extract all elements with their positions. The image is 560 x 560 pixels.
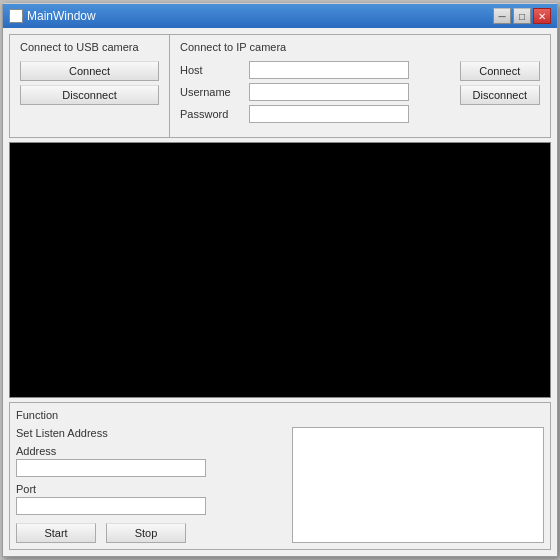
ip-camera-form: Connect to IP camera Host Username Passw…	[180, 41, 450, 127]
port-input[interactable]	[16, 497, 206, 515]
function-buttons: Start Stop	[16, 523, 286, 543]
host-input[interactable]	[249, 61, 409, 79]
close-button[interactable]: ✕	[533, 8, 551, 24]
video-display	[9, 142, 551, 398]
title-bar-left: ⊞ MainWindow	[9, 9, 96, 23]
port-label: Port	[16, 483, 286, 495]
password-label: Password	[180, 108, 245, 120]
window-icon: ⊞	[9, 9, 23, 23]
password-input[interactable]	[249, 105, 409, 123]
port-row: Port	[16, 483, 286, 515]
stop-button[interactable]: Stop	[106, 523, 186, 543]
right-panel	[292, 427, 544, 543]
title-bar: ⊞ MainWindow ─ □ ✕	[3, 4, 557, 28]
password-row: Password	[180, 105, 450, 123]
maximize-button[interactable]: □	[513, 8, 531, 24]
address-label: Address	[16, 445, 286, 457]
window-title: MainWindow	[27, 9, 96, 23]
address-input[interactable]	[16, 459, 206, 477]
ip-camera-buttons: Connect Disconnect	[460, 41, 540, 127]
ip-camera-section: Connect to IP camera Host Username Passw…	[170, 35, 550, 137]
host-row: Host	[180, 61, 450, 79]
listen-address-panel: Set Listen Address Address Port Start St…	[16, 427, 286, 543]
username-label: Username	[180, 86, 245, 98]
usb-camera-section: Connect to USB camera Connect Disconnect	[10, 35, 170, 137]
ip-disconnect-button[interactable]: Disconnect	[460, 85, 540, 105]
username-input[interactable]	[249, 83, 409, 101]
usb-disconnect-button[interactable]: Disconnect	[20, 85, 159, 105]
minimize-button[interactable]: ─	[493, 8, 511, 24]
start-button[interactable]: Start	[16, 523, 96, 543]
function-section: Function Set Listen Address Address Port…	[9, 402, 551, 550]
window-content: Connect to USB camera Connect Disconnect…	[3, 28, 557, 556]
top-section: Connect to USB camera Connect Disconnect…	[9, 34, 551, 138]
title-bar-buttons: ─ □ ✕	[493, 8, 551, 24]
address-row: Address	[16, 445, 286, 477]
main-window: ⊞ MainWindow ─ □ ✕ Connect to USB camera…	[2, 3, 558, 557]
usb-camera-label: Connect to USB camera	[20, 41, 159, 53]
host-label: Host	[180, 64, 245, 76]
ip-camera-label: Connect to IP camera	[180, 41, 450, 53]
ip-connect-button[interactable]: Connect	[460, 61, 540, 81]
usb-connect-button[interactable]: Connect	[20, 61, 159, 81]
usb-camera-buttons: Connect Disconnect	[20, 61, 159, 105]
function-label: Function	[16, 409, 544, 421]
listen-address-label: Set Listen Address	[16, 427, 286, 439]
function-inner: Set Listen Address Address Port Start St…	[16, 427, 544, 543]
username-row: Username	[180, 83, 450, 101]
